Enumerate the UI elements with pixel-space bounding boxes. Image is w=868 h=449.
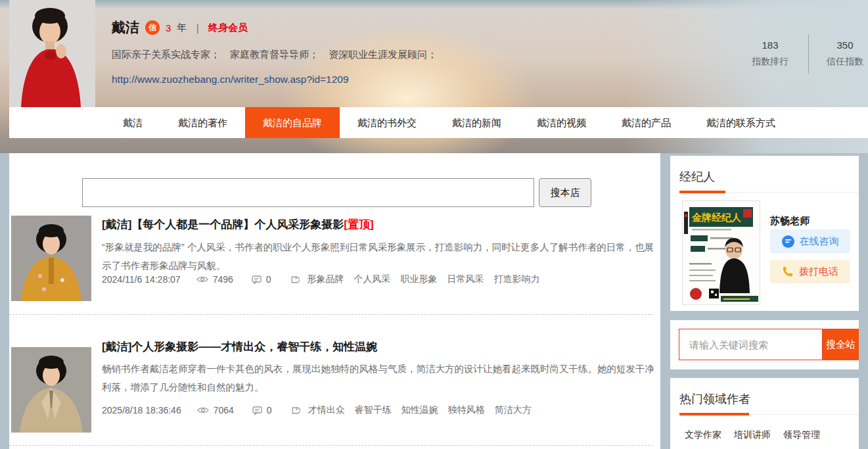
article-thumbnail[interactable] xyxy=(11,216,91,301)
writer-profile-url[interactable]: http://www.zuozhebang.cn/writer_show.asp… xyxy=(112,74,349,85)
tab-works[interactable]: 戴洁的著作 xyxy=(160,107,245,138)
article-date: 2025/8/18 18:36:46 xyxy=(102,405,181,415)
tag[interactable]: 打造影响力 xyxy=(494,273,540,285)
tag[interactable]: 职业形象 xyxy=(401,273,438,285)
tab-home[interactable]: 戴洁 xyxy=(105,107,160,138)
tag[interactable]: 形象品牌 xyxy=(308,273,344,285)
tab-products[interactable]: 戴洁的产品 xyxy=(604,107,689,138)
heading-rule-accent xyxy=(679,413,749,415)
avatar-illustration xyxy=(9,0,95,107)
phone-icon xyxy=(782,266,794,277)
stat-trust-index: 350 信任指数 xyxy=(809,39,868,68)
stat-label: 信任指数 xyxy=(809,56,868,68)
site-search-button[interactable]: 搜全站 xyxy=(823,329,859,360)
article-separator xyxy=(9,445,653,446)
hot-link-training[interactable]: 培训讲师 xyxy=(734,429,771,441)
hot-link-literature[interactable]: 文学作家 xyxy=(685,429,721,441)
view-count-value: 7064 xyxy=(214,405,234,415)
tag[interactable]: 个人风采 xyxy=(354,273,391,285)
comment-count-value: 0 xyxy=(267,405,272,415)
tab-book-diplomacy[interactable]: 戴洁的书外交 xyxy=(340,107,434,138)
pinned-badge: [置顶] xyxy=(344,218,373,231)
article-title[interactable]: [戴洁]个人形象摄影——才情出众，睿智干练，知性温婉 xyxy=(102,339,377,354)
call-phone-button[interactable]: 拨打电话 xyxy=(770,260,850,283)
article-thumbnail[interactable] xyxy=(11,347,91,433)
writer-name: 戴洁 xyxy=(112,18,139,37)
magazine-cover-illustration: 金牌经纪人 xyxy=(683,201,760,304)
call-phone-label: 拨打电话 xyxy=(799,266,838,278)
membership-years-value: 3 xyxy=(166,22,171,34)
article-meta: 2024/11/6 14:28:07 7496 0 形象品牌 个人风采 职业形象… xyxy=(102,273,540,285)
article-2-photo xyxy=(11,347,91,433)
profile-nav: 戴洁 戴洁的著作 戴洁的自品牌 戴洁的书外交 戴洁的新闻 戴洁的视频 戴洁的产品… xyxy=(9,107,868,138)
shop-search-button[interactable]: 搜本店 xyxy=(539,178,591,207)
tab-news[interactable]: 戴洁的新闻 xyxy=(434,107,519,138)
membership-years-unit: 年 xyxy=(177,22,187,34)
stat-label: 指数排行 xyxy=(734,56,806,68)
tag[interactable]: 才情出众 xyxy=(308,404,345,416)
hot-link-leadership[interactable]: 领导管理 xyxy=(783,429,820,441)
tag-list: 形象品牌 个人风采 职业形象 日常风采 打造影响力 xyxy=(308,273,540,285)
tags-group xyxy=(290,275,300,285)
header-separator: ｜ xyxy=(193,22,202,34)
article-1-photo xyxy=(11,216,91,301)
article-list-panel: 搜本店 [戴洁]【每个人都是一个品牌】个人风采形象摄影[置顶] “形象就是我的品… xyxy=(9,153,660,449)
certified-badge-icon: 信 xyxy=(145,20,160,35)
tag[interactable]: 知性温婉 xyxy=(401,404,438,416)
shop-search-input[interactable] xyxy=(82,178,534,207)
stat-value: 350 xyxy=(809,39,868,51)
writer-bio: 国际亲子关系实战专家； 家庭教育督导导师； 资深职业生涯发展顾问； xyxy=(112,49,437,61)
agent-magazine-cover[interactable]: 金牌经纪人 xyxy=(682,201,760,305)
stat-value: 183 xyxy=(734,39,806,51)
article-excerpt: “形象就是我的品牌” 个人风采，书作者的职业个人形象照到日常风采形象展示，打造影… xyxy=(102,238,657,275)
article-date: 2024/11/6 14:28:07 xyxy=(102,274,181,285)
magazine-title: 金牌经纪人 xyxy=(691,212,742,223)
tab-videos[interactable]: 戴洁的视频 xyxy=(519,107,604,138)
stat-index-rank: 183 指数排行 xyxy=(734,39,806,68)
tag[interactable]: 独特风格 xyxy=(448,404,485,416)
article-title-text: [戴洁]个人形象摄影——才情出众，睿智干练，知性温婉 xyxy=(102,341,377,353)
article-title[interactable]: [戴洁]【每个人都是一个品牌】个人风采形象摄影[置顶] xyxy=(102,217,374,232)
writer-header: 戴洁 信 3 年 ｜ 终身会员 xyxy=(112,18,248,37)
comment-count: 0 xyxy=(252,405,272,415)
view-count: 7496 xyxy=(196,274,233,285)
eye-icon xyxy=(196,275,208,283)
eye-icon xyxy=(197,406,209,414)
tag[interactable]: 睿智干练 xyxy=(355,404,392,416)
chat-bubble-icon xyxy=(782,235,794,248)
writer-avatar xyxy=(9,0,95,107)
view-count-value: 7496 xyxy=(213,274,233,285)
hot-authors-heading: 热门领域作者 xyxy=(679,391,750,407)
tag-icon xyxy=(290,275,300,285)
agent-name: 苏畅老师 xyxy=(770,215,810,227)
site-search-input[interactable] xyxy=(679,329,823,360)
comment-icon xyxy=(252,275,262,284)
comment-count-value: 0 xyxy=(266,274,271,285)
article-excerpt: 畅销书作者戴洁老师穿着一件卡其色的风衣，展现出她独特的风格与气质，简洁大方的设计… xyxy=(102,360,657,396)
agent-heading: 经纪人 xyxy=(679,169,715,185)
hot-authors-panel: 热门领域作者 文学作家 培训讲师 领导管理 xyxy=(670,378,859,449)
tag-icon xyxy=(290,406,300,415)
membership-level: 终身会员 xyxy=(208,22,248,34)
hot-author-links: 文学作家 培训讲师 领导管理 xyxy=(685,429,820,441)
tab-contact[interactable]: 戴洁的联系方式 xyxy=(689,107,793,138)
article-title-text: [戴洁]【每个人都是一个品牌】个人风采形象摄影 xyxy=(102,218,344,231)
article-meta: 2025/8/18 18:36:46 7064 0 才情出众 睿智干练 知性温婉… xyxy=(102,404,532,416)
tags-group xyxy=(290,406,300,415)
online-consult-label: 在线咨询 xyxy=(800,235,839,248)
tag[interactable]: 简洁大方 xyxy=(495,404,532,416)
agent-panel: 经纪人 金牌经纪人 xyxy=(670,156,859,311)
article-separator xyxy=(9,314,653,315)
view-count: 7064 xyxy=(197,405,234,415)
heading-rule xyxy=(679,190,859,193)
online-consult-button[interactable]: 在线咨询 xyxy=(770,229,850,253)
tab-self-brand[interactable]: 戴洁的自品牌 xyxy=(245,107,340,138)
tag[interactable]: 日常风采 xyxy=(447,273,484,285)
comment-count: 0 xyxy=(252,274,271,285)
heading-rule-accent xyxy=(679,191,725,193)
comment-icon xyxy=(252,406,262,415)
heading-rule xyxy=(679,412,859,415)
tag-list: 才情出众 睿智干练 知性温婉 独特风格 简洁大方 xyxy=(308,404,532,416)
site-search-panel: 搜全站 xyxy=(670,320,859,369)
